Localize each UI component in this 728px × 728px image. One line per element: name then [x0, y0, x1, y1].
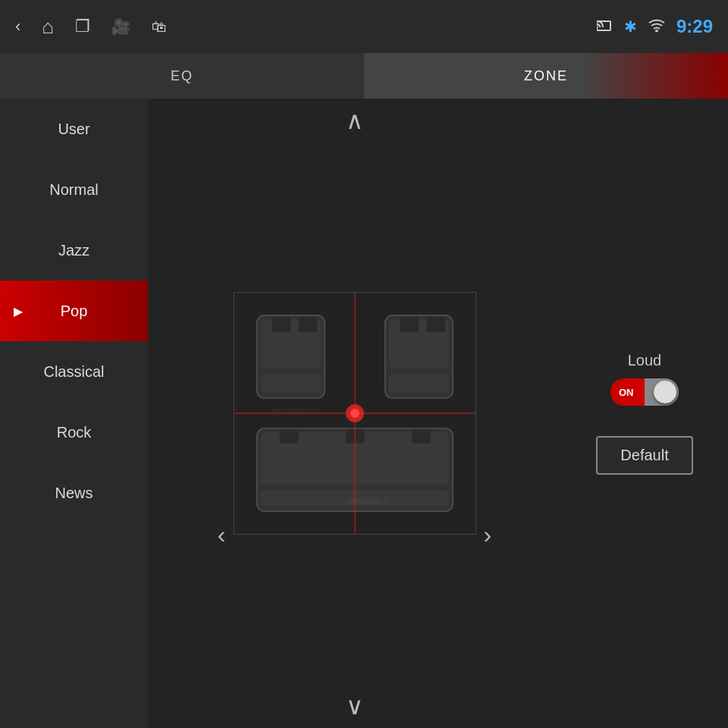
svg-rect-13 [298, 317, 317, 332]
tab-eq[interactable]: EQ [0, 53, 364, 99]
tab-zone[interactable]: ZONE [364, 53, 728, 99]
loud-toggle[interactable]: ON [610, 378, 679, 406]
loud-section: Loud ON [610, 352, 679, 406]
sidebar-item-label: News [55, 485, 93, 502]
sidebar-item-user[interactable]: User [0, 99, 148, 159]
svg-rect-15 [426, 317, 445, 332]
main-content: User Normal Jazz ▶ Pop Classical Rock Ne… [0, 99, 728, 728]
svg-rect-18 [412, 430, 431, 444]
right-panel: Loud ON Default [561, 99, 728, 728]
sidebar-item-label: Jazz [58, 242, 89, 259]
sidebar-item-label: Classical [43, 363, 104, 381]
sidebar-item-label: Normal [49, 181, 98, 199]
window-icon[interactable]: ❐ [75, 17, 90, 36]
sidebar-item-pop[interactable]: ▶ Pop [0, 281, 148, 341]
svg-rect-12 [271, 317, 290, 332]
camera-icon[interactable]: 🎥 [111, 17, 130, 36]
svg-text:wincairan.ir: wincairan.ir [271, 406, 314, 415]
play-icon: ▶ [14, 304, 23, 318]
zone-diagram: wincairan.ir wincairan.ir [234, 292, 476, 535]
svg-point-22 [350, 409, 359, 418]
sidebar-item-label: Rock [57, 424, 92, 441]
arrow-up[interactable]: ∧ [346, 106, 363, 135]
loud-label: Loud [628, 352, 662, 369]
nav-icons: ‹ ⌂ ❐ 🎥 🛍 [15, 15, 167, 39]
tab-bar: EQ ZONE [0, 53, 728, 99]
bluetooth-icon: ✱ [624, 17, 637, 36]
arrow-left[interactable]: ‹ [218, 521, 226, 549]
default-button[interactable]: Default [596, 436, 692, 475]
svg-rect-16 [279, 430, 298, 444]
bag-icon[interactable]: 🛍 [152, 18, 167, 36]
toggle-on-label: ON [619, 387, 634, 398]
sidebar: User Normal Jazz ▶ Pop Classical Rock Ne… [0, 99, 148, 728]
arrow-down[interactable]: ∨ [346, 692, 363, 720]
time-display: 9:29 [676, 16, 713, 37]
toggle-knob [654, 381, 676, 403]
sidebar-item-news[interactable]: News [0, 463, 148, 523]
zone-center-area: ∧ ‹ [148, 99, 561, 728]
sidebar-item-label: User [58, 121, 89, 138]
top-bar: ‹ ⌂ ❐ 🎥 🛍 ✱ [0, 0, 728, 53]
sidebar-item-normal[interactable]: Normal [0, 159, 148, 220]
sidebar-item-classical[interactable]: Classical [0, 341, 148, 402]
svg-rect-14 [400, 317, 419, 332]
svg-text:wincairan.ir: wincairan.ir [347, 496, 390, 505]
home-icon[interactable]: ⌂ [42, 15, 54, 39]
svg-point-1 [655, 30, 658, 32]
back-icon[interactable]: ‹ [15, 17, 20, 36]
car-interior: wincairan.ir wincairan.ir [234, 293, 475, 534]
sidebar-item-jazz[interactable]: Jazz [0, 220, 148, 281]
arrow-right[interactable]: › [484, 521, 492, 549]
sidebar-item-rock[interactable]: Rock [0, 402, 148, 463]
svg-rect-8 [388, 374, 449, 393]
seat-diagram-svg: wincairan.ir wincairan.ir [234, 293, 475, 534]
svg-rect-5 [260, 374, 321, 393]
cast-icon [597, 18, 613, 36]
wifi-icon [648, 18, 666, 36]
status-icons: ✱ 9:29 [597, 16, 713, 37]
sidebar-item-label: Pop [61, 303, 88, 320]
